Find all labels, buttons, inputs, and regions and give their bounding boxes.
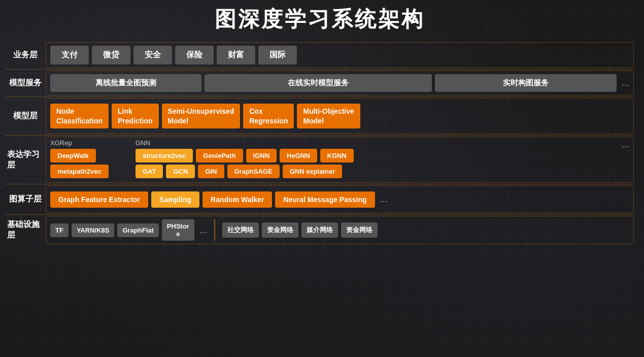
gnn-gat: GAT	[135, 165, 163, 178]
infra-yarn: YARN/K8S	[72, 223, 115, 237]
gnn-graphsage: GraphSAGE	[227, 165, 280, 178]
main-container: 图深度学习系统架构 业务层 支付 微贷 安全 保险 财富 国际 模型服务 离线批…	[0, 0, 644, 250]
biz-content: 支付 微贷 安全 保险 财富 国际	[46, 42, 634, 68]
infra-layer-row: 基础设施层 TF YARN/K8S GraphFlat PHStore ... …	[5, 215, 634, 245]
expression-layer-row: 表达学习层 XGRep DeepWalk metapath2vec	[5, 136, 634, 184]
gnn-explainer: GNN explainer	[283, 165, 343, 178]
expr-container: XGRep DeepWalk metapath2vec GNN structur…	[50, 139, 629, 178]
gnn-gcn: GCN	[166, 165, 195, 178]
graph-neural-message-passing: Neural Message Passing	[275, 191, 375, 208]
biz-label: 业务层	[5, 41, 46, 69]
expression-content: XGRep DeepWalk metapath2vec GNN structur…	[46, 137, 634, 183]
infra-divider	[214, 219, 215, 241]
gnn-ignn: IGNN	[246, 149, 277, 163]
gnn-geniepath: GeniePath	[196, 149, 243, 163]
graph-layer-row: 图算子层 Graph Feature Extractor Sampling Ra…	[5, 184, 634, 215]
gnn-label: GNN	[135, 139, 616, 147]
expr-more: ...	[622, 139, 629, 150]
service-item-2: 实时构图服务	[435, 74, 617, 92]
graph-content: Graph Feature Extractor Sampling Random …	[46, 185, 634, 213]
biz-item-1: 微贷	[92, 46, 130, 64]
xgrep-row2: metapath2vec	[50, 165, 131, 178]
infra-left-more: ...	[199, 225, 207, 236]
infra-capital-network: 资金网络	[262, 222, 298, 238]
graph-label: 图算子层	[5, 184, 46, 214]
infra-content: TF YARN/K8S GraphFlat PHStore ... 社交网络 资…	[46, 216, 634, 244]
gnn-row1: structure2vec GeniePath IGNN HeGNN KGNN	[135, 149, 616, 163]
infra-fund-network: 资金网络	[341, 222, 378, 238]
graph-random-walker: Random Walker	[202, 191, 272, 208]
graph-more: ...	[380, 194, 388, 205]
infra-label: 基础设施层	[5, 215, 46, 245]
model-label: 模型层	[5, 97, 46, 135]
architecture-grid: 业务层 支付 微贷 安全 保险 财富 国际 模型服务 离线批量全图预测 在线实时…	[5, 41, 634, 245]
xgrep-metapath2vec: metapath2vec	[50, 165, 109, 178]
infra-tf: TF	[50, 223, 69, 237]
biz-item-5: 国际	[258, 46, 297, 64]
biz-item-4: 财富	[217, 46, 255, 64]
graph-feature-extractor: Graph Feature Extractor	[50, 191, 148, 208]
xgrep-row1: DeepWalk	[50, 149, 131, 163]
gnn-section: GNN structure2vec GeniePath IGNN HeGNN K…	[135, 139, 616, 178]
xgrep-section: XGRep DeepWalk metapath2vec	[50, 139, 131, 178]
gnn-row2: GAT GCN GIN GraphSAGE GNN explainer	[135, 165, 616, 178]
service-item-1: 在线实时模型服务	[205, 74, 432, 92]
infra-phstore: PHStore	[162, 219, 194, 241]
gnn-gin: GIN	[198, 165, 224, 178]
biz-layer-row: 业务层 支付 微贷 安全 保险 财富 国际	[5, 41, 634, 70]
service-more: ...	[622, 78, 629, 88]
infra-social-network: 社交网络	[222, 222, 259, 238]
page-title: 图深度学习系统架构	[5, 5, 634, 34]
model-service-layer-row: 模型服务 离线批量全图预测 在线实时模型服务 实时构图服务 ...	[5, 70, 634, 97]
model-item-3: CoxRegression	[243, 104, 294, 128]
graph-sampling: Sampling	[151, 191, 199, 208]
model-item-4: Multi-ObjectiveModel	[297, 104, 360, 128]
expression-label: 表达学习层	[5, 136, 46, 184]
gnn-hegnn: HeGNN	[280, 149, 317, 163]
model-item-2: Semi-UnsupervisedModel	[162, 104, 241, 128]
model-content: NodeClassification LinkPrediction Semi-U…	[46, 98, 634, 134]
gnn-structure2vec: structure2vec	[135, 149, 193, 163]
model-service-content: 离线批量全图预测 在线实时模型服务 实时构图服务 ...	[46, 71, 634, 95]
gnn-kgnn: KGNN	[320, 149, 354, 163]
infra-media-network: 媒介网络	[301, 222, 338, 238]
infra-graphflat: GraphFlat	[117, 223, 158, 237]
xgrep-label: XGRep	[50, 139, 131, 147]
biz-item-0: 支付	[50, 46, 89, 64]
model-service-label: 模型服务	[5, 70, 46, 96]
xgrep-deepwalk: DeepWalk	[50, 149, 96, 163]
biz-item-3: 保险	[175, 46, 214, 64]
biz-item-2: 安全	[133, 46, 172, 64]
model-layer-row: 模型层 NodeClassification LinkPrediction Se…	[5, 97, 634, 136]
model-item-1: LinkPrediction	[112, 104, 158, 128]
service-item-0: 离线批量全图预测	[50, 74, 201, 92]
model-item-0: NodeClassification	[50, 104, 109, 128]
